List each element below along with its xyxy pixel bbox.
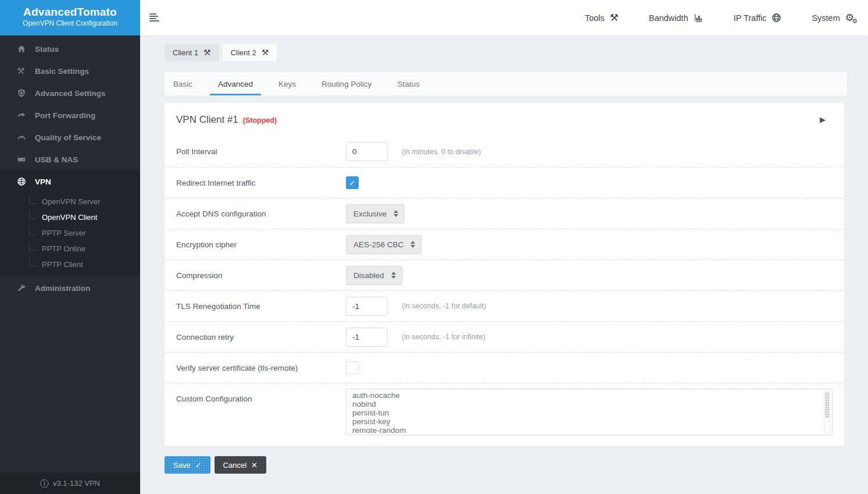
topnav-label: IP Traffic: [734, 13, 767, 23]
topnav-label: System: [812, 13, 840, 23]
cancel-label: Cancel: [223, 461, 247, 470]
sidebar-item-port-forwarding[interactable]: Port Forwarding: [0, 104, 140, 126]
globe-icon: [17, 177, 26, 186]
brand-title: AdvancedTomato: [0, 6, 140, 19]
encryption-cipher-select[interactable]: AES-256 CBC: [346, 235, 422, 254]
row-verify-cert: Verify server certificate (tls-remote) ✓: [165, 352, 844, 383]
connection-retry-input[interactable]: [346, 328, 388, 347]
redirect-internet-checkbox[interactable]: ✓: [346, 176, 359, 189]
sidebar-item-administration[interactable]: Administration: [0, 277, 140, 299]
save-button[interactable]: Save ✓: [165, 456, 210, 474]
poll-interval-input[interactable]: [346, 142, 388, 161]
row-compression: Compression Disabled: [165, 260, 844, 290]
forward-arrow-icon: [17, 111, 26, 120]
select-arrows-icon: [394, 210, 398, 217]
sidebar-item-label: USB & NAS: [35, 155, 78, 164]
sidebar-item-label: Basic Settings: [35, 67, 89, 76]
sidebar-item-label: Status: [35, 45, 59, 54]
brand-subtitle: OpenVPN Client Configuration: [0, 19, 140, 27]
submenu-item-openvpn-client[interactable]: OpenVPN Client: [0, 209, 140, 225]
field-hint: (in minutes, 0 to disable): [402, 148, 481, 156]
vpn-submenu: OpenVPN Server OpenVPN Client PPTP Serve…: [0, 193, 140, 277]
compression-select[interactable]: Disabled: [346, 266, 402, 285]
info-icon: ⓘ: [40, 479, 49, 488]
sidebar-item-label: Quality of Service: [35, 133, 101, 142]
field-label: Verify server certificate (tls-remote): [176, 364, 346, 372]
submenu-item-label: PPTP Online: [42, 244, 85, 253]
row-tls-renegotiation: TLS Renegotiation Time (in seconds, -1 f…: [165, 290, 844, 321]
tab-basic[interactable]: Basic: [165, 72, 201, 95]
verify-cert-checkbox[interactable]: ✓: [346, 361, 359, 374]
field-label: Compression: [176, 271, 346, 280]
tools-icon: ⚒: [262, 48, 269, 57]
menu-icon[interactable]: [147, 11, 162, 25]
submenu-item-label: OpenVPN Client: [42, 213, 97, 222]
topnav-ip-traffic[interactable]: IP Traffic: [734, 13, 782, 23]
scrollbar-thumb[interactable]: [825, 392, 829, 418]
gears-icon: ⚙⚙: [845, 13, 854, 23]
tab-label: Routing Policy: [322, 80, 372, 88]
brand: AdvancedTomato OpenVPN Client Configurat…: [0, 0, 140, 35]
sidebar-item-status[interactable]: Status: [0, 38, 140, 60]
client-tabs: Client 1 ⚒ Client 2 ⚒: [165, 44, 868, 61]
sidebar-vpn-section: VPN OpenVPN Server OpenVPN Client PPTP S…: [0, 170, 140, 277]
sidebar-item-basic-settings[interactable]: ⚒ Basic Settings: [0, 60, 140, 82]
bar-chart-icon: [694, 13, 703, 23]
hdd-icon: [17, 155, 26, 164]
cancel-button[interactable]: Cancel ✕: [215, 456, 266, 474]
tab-label: Advanced: [218, 80, 253, 88]
submenu-item-openvpn-server[interactable]: OpenVPN Server: [0, 194, 140, 209]
start-client-icon[interactable]: ▶: [820, 115, 826, 124]
submenu-item-pptp-server[interactable]: PPTP Server: [0, 225, 140, 241]
version-footer: ⓘ v3.1-132 VPN: [0, 472, 140, 494]
sidebar-item-vpn[interactable]: VPN: [0, 170, 140, 193]
close-icon: ✕: [251, 461, 258, 470]
tab-label: Status: [397, 80, 419, 88]
field-hint: (in seconds; -1 for infinite): [402, 333, 485, 341]
tls-renegotiation-input[interactable]: [346, 297, 388, 316]
sidebar-item-label: VPN: [35, 177, 51, 186]
tab-routing-policy[interactable]: Routing Policy: [313, 72, 380, 95]
submenu-item-label: PPTP Server: [42, 229, 86, 237]
topnav-system[interactable]: System ⚙⚙: [812, 13, 854, 23]
row-custom-config: Custom Configuration auth-nocache nobind…: [165, 383, 844, 446]
textarea-scrollbar[interactable]: [824, 391, 830, 433]
tab-keys[interactable]: Keys: [270, 72, 304, 95]
top-nav: Tools ⚒ Bandwidth IP Traffic System ⚙⚙: [585, 13, 868, 23]
tab-client-1[interactable]: Client 1 ⚒: [165, 44, 219, 61]
submenu-item-pptp-online[interactable]: PPTP Online: [0, 241, 140, 257]
row-encryption-cipher: Encryption cipher AES-256 CBC: [165, 229, 844, 260]
field-label: Redirect Internet traffic: [176, 179, 346, 187]
sidebar-item-advanced-settings[interactable]: Advanced Settings: [0, 82, 140, 104]
tab-label: Keys: [278, 80, 296, 88]
accept-dns-select[interactable]: Exclusive: [346, 204, 405, 223]
tab-advanced[interactable]: Advanced: [210, 72, 261, 95]
row-poll-interval: Poll Interval (in minutes, 0 to disable): [165, 136, 844, 167]
tab-label: Client 2: [231, 48, 256, 57]
tree-connector: [29, 211, 37, 219]
gauge-icon: [17, 133, 26, 142]
tab-status[interactable]: Status: [389, 72, 427, 95]
top-header: Tools ⚒ Bandwidth IP Traffic System ⚙⚙: [140, 0, 868, 35]
check-icon: ✓: [195, 461, 202, 470]
field-label: Encryption cipher: [176, 240, 346, 249]
tab-client-2[interactable]: Client 2 ⚒: [223, 44, 277, 61]
sidebar: AdvancedTomato OpenVPN Client Configurat…: [0, 0, 140, 494]
sidebar-item-label: Port Forwarding: [35, 111, 95, 120]
sidebar-item-label: Advanced Settings: [35, 89, 106, 98]
tree-connector: [29, 258, 37, 266]
select-arrows-icon: [410, 241, 415, 248]
tab-label: Client 1: [173, 48, 198, 57]
topnav-bandwidth[interactable]: Bandwidth: [649, 13, 703, 23]
submenu-item-pptp-client[interactable]: PPTP Client: [0, 257, 140, 272]
vpn-client-panel: VPN Client #1 (Stopped) ▶ Poll Interval …: [165, 103, 844, 446]
topnav-tools[interactable]: Tools ⚒: [585, 13, 619, 23]
sidebar-item-qos[interactable]: Quality of Service: [0, 126, 140, 148]
custom-config-textarea[interactable]: auth-nocache nobind persist-tun persist-…: [346, 389, 833, 435]
tools-icon: ⚒: [17, 66, 26, 76]
version-label: v3.1-132 VPN: [53, 479, 100, 488]
select-value: Disabled: [353, 271, 384, 280]
field-hint: (in seconds, -1 for default): [402, 302, 486, 310]
sidebar-item-usb-nas[interactable]: USB & NAS: [0, 148, 140, 170]
field-label: Connection retry: [176, 333, 346, 342]
